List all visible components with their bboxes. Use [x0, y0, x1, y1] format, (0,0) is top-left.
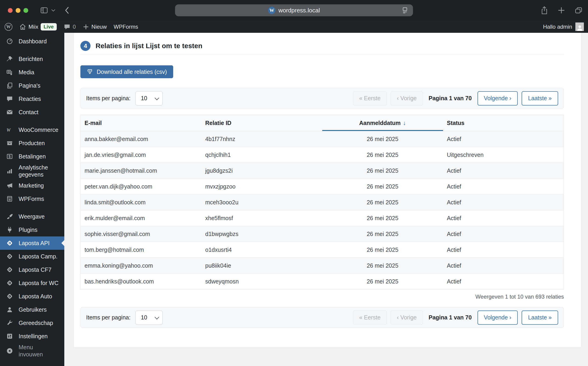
column-header-signup-date[interactable]: Aanmelddatum↓ [322, 115, 443, 131]
wpforms-label: WPForms [114, 24, 138, 30]
site-name-menu[interactable]: Miix Live [16, 21, 60, 33]
column-header-relation-id[interactable]: Relatie ID [201, 115, 322, 131]
cell-relation-id: pu8iik04ie [201, 258, 322, 274]
sidebar-item-producten[interactable]: Producten [0, 137, 64, 150]
items-per-page-label: Items per pagina: [86, 314, 130, 321]
first-page-button[interactable]: « Eerste [353, 91, 387, 106]
table-row: erik.mulder@email.comxhe5flmosf26 mei 20… [81, 210, 564, 226]
cell-email: marie.janssen@hotmail.com [81, 163, 201, 179]
close-window-button[interactable] [8, 8, 13, 13]
sidebar-item-betalingen[interactable]: $Betalingen [0, 150, 64, 163]
svg-text:$: $ [8, 154, 11, 159]
sidebar-item-label: Betalingen [19, 153, 46, 160]
column-header-email[interactable]: E-mail [81, 115, 201, 131]
cell-signup-date: 26 mei 2025 [322, 258, 443, 274]
sidebar-item-dashboard[interactable]: Dashboard [0, 35, 64, 48]
sidebar-item-label: Laposta CF7 [19, 266, 51, 273]
sidebar-item-instellingen[interactable]: Instellingen [0, 329, 64, 343]
prev-page-button[interactable]: ‹ Vorige [391, 311, 423, 325]
sidebar-item-label: Contact [19, 109, 38, 116]
sidebar-item-marketing[interactable]: Marketing [0, 179, 64, 192]
download-button-label: Download alle relaties (csv) [97, 69, 167, 75]
download-csv-button[interactable]: Download alle relaties (csv) [80, 65, 173, 78]
reader-view-icon[interactable] [402, 7, 408, 14]
sidebar-item-laposta-auto[interactable]: Laposta Auto [0, 290, 64, 303]
sidebar-item-laposta-cf7[interactable]: Laposta CF7 [0, 263, 64, 276]
cell-email: jan.de.vries@gmail.com [81, 147, 201, 163]
back-button[interactable] [64, 6, 70, 15]
cell-signup-date: 26 mei 2025 [322, 147, 443, 163]
page-title: Relaties in lijst Lijst om te testen [95, 42, 202, 50]
svg-text:W: W [7, 128, 11, 133]
table-row: sophie.visser@gmail.comd1bwpwgbzs26 mei … [81, 226, 564, 242]
cell-relation-id: o1dxusrti4 [201, 242, 322, 258]
items-per-page-select[interactable]: 10 [135, 91, 163, 106]
my-account-menu[interactable]: Hallo admin [543, 23, 588, 31]
sidebar-item-laposta-for-wc[interactable]: Laposta for WC [0, 276, 64, 290]
cell-status: Actief [443, 131, 564, 147]
avatar [575, 23, 584, 31]
sidebar-item-wpforms[interactable]: WPForms [0, 192, 64, 206]
laposta-icon [6, 240, 14, 246]
sidebar-item-reacties[interactable]: Reacties [0, 92, 64, 106]
column-header-status[interactable]: Status [443, 115, 564, 131]
window-controls[interactable] [8, 8, 28, 13]
sidebar-item-analytische-gegevens[interactable]: Analytische gegevens [0, 163, 64, 179]
sidebar-item-label: Laposta for WC [19, 280, 59, 287]
wp-admin-bar: W Miix Live 0 Nieuw WPForms Hallo admin [0, 21, 588, 33]
cell-relation-id: mvxzjpgzoo [201, 179, 322, 194]
sidebar-item-gebruikers[interactable]: Gebruikers [0, 303, 64, 316]
last-page-button[interactable]: Laatste » [522, 91, 558, 106]
cell-relation-id: sdweyqmosn [201, 274, 322, 290]
sidebar-item-gereedschap[interactable]: Gereedschap [0, 316, 64, 329]
sidebar-item-laposta-camp-[interactable]: Laposta Camp. [0, 250, 64, 263]
cell-signup-date: 26 mei 2025 [322, 226, 443, 242]
sidebar-item-label: Reacties [19, 95, 41, 102]
sidebar-item-label: Laposta API [19, 240, 50, 247]
relations-table: E-mail Relatie ID Aanmelddatum↓ Status a… [80, 115, 564, 290]
sidebar-item-media[interactable]: Media [0, 66, 64, 79]
comments-menu[interactable]: 0 [60, 21, 79, 33]
new-label: Nieuw [91, 24, 107, 30]
cell-status: Actief [443, 210, 564, 226]
sidebar-item-plugins[interactable]: Plugins [0, 223, 64, 236]
pagination-bar-bottom: Items per pagina: 10 « Eerste ‹ Vorige P… [80, 307, 564, 328]
sidebar-toggle-icon[interactable] [40, 7, 48, 14]
download-icon [87, 69, 93, 75]
next-page-button[interactable]: Volgende › [477, 91, 518, 106]
cell-email: erik.mulder@email.com [81, 210, 201, 226]
address-bar[interactable]: W wordpress.local [175, 4, 413, 16]
sidebar-item-laposta-api[interactable]: Laposta API [0, 236, 64, 250]
page-status: Pagina 1 van 70 [429, 314, 472, 321]
brush-icon [6, 213, 14, 220]
minimize-window-button[interactable] [16, 8, 20, 13]
sidebar-item-contact[interactable]: Contact [0, 106, 64, 119]
first-page-button[interactable]: « Eerste [353, 311, 387, 325]
last-page-button[interactable]: Laatste » [522, 311, 558, 325]
sidebar-item-weergave[interactable]: Weergave [0, 210, 64, 223]
prev-page-button[interactable]: ‹ Vorige [391, 91, 423, 106]
page-status: Pagina 1 van 70 [429, 95, 472, 102]
next-page-button[interactable]: Volgende › [477, 311, 518, 325]
sidebar-item-woocommerce[interactable]: WWooCommerce [0, 123, 64, 137]
sidebar-item-label: Media [19, 69, 34, 76]
zoom-window-button[interactable] [24, 8, 28, 13]
pages-icon [6, 82, 14, 89]
new-tab-icon[interactable] [558, 7, 565, 14]
wp-logo-menu[interactable]: W [0, 21, 16, 33]
items-per-page-select[interactable]: 10 [135, 311, 163, 325]
cell-email: peter.van.dijk@yahoo.com [81, 179, 201, 194]
new-content-menu[interactable]: Nieuw [79, 21, 110, 33]
sidebar-item-menu-invouwen[interactable]: Menu invouwen [0, 343, 64, 359]
wpforms-menu[interactable]: WPForms [110, 21, 142, 33]
wordpress-favicon: W [268, 7, 275, 14]
sidebar-item-pagina-s[interactable]: Pagina's [0, 79, 64, 92]
laposta-icon [6, 266, 14, 273]
user-icon [6, 306, 14, 313]
sidebar-item-berichten[interactable]: Berichten [0, 52, 64, 66]
share-icon[interactable] [541, 6, 548, 15]
chevron-down-icon[interactable] [51, 9, 55, 12]
tab-overview-icon[interactable] [575, 7, 582, 14]
cell-status: Actief [443, 226, 564, 242]
sidebar-item-label: Analytische gegevens [19, 164, 59, 178]
